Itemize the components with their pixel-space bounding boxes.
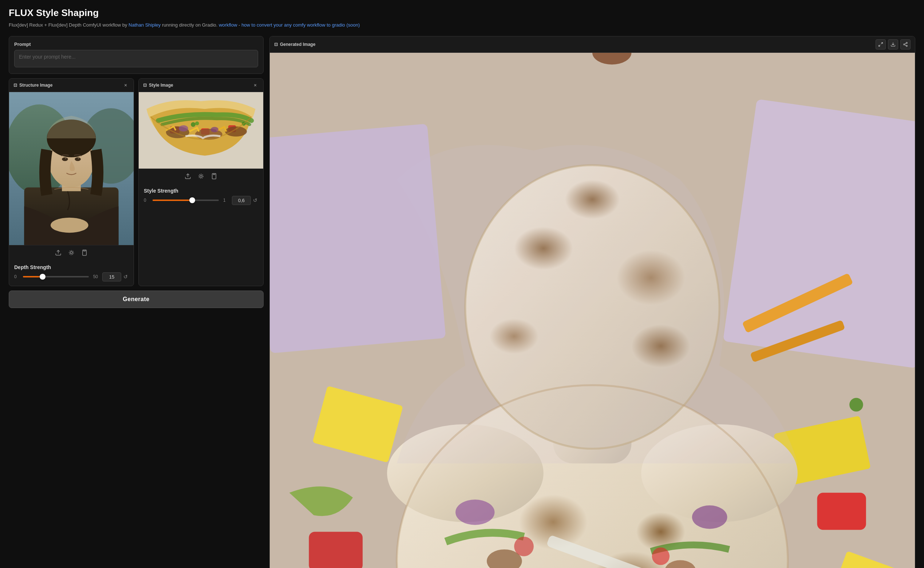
structure-upload-icon[interactable]: [54, 248, 63, 257]
depth-reset-button[interactable]: ↺: [123, 273, 128, 280]
style-camera-icon[interactable]: [196, 172, 205, 181]
style-clipboard-icon[interactable]: [210, 172, 219, 181]
generate-button[interactable]: Generate: [9, 290, 264, 308]
style-slider-thumb[interactable]: [189, 197, 195, 203]
structure-image-panel: ⊡ Structure Image ×: [9, 78, 134, 286]
generated-image: [270, 53, 915, 568]
generated-image-area: [270, 53, 915, 568]
structure-close-button[interactable]: ×: [122, 82, 129, 89]
generated-image-panel: ⊡ Generated Image: [269, 36, 915, 568]
structure-panel-footer: [9, 245, 134, 260]
svg-point-13: [70, 252, 72, 254]
generated-panel-header: ⊡ Generated Image: [270, 36, 915, 53]
mona-lisa-image: [9, 92, 134, 245]
svg-rect-55: [817, 492, 866, 530]
svg-point-81: [514, 536, 534, 556]
style-panel-title: ⊡ Style Image: [143, 83, 173, 88]
svg-point-93: [456, 499, 494, 525]
svg-point-94: [692, 505, 728, 529]
structure-panel-title: ⊡ Structure Image: [14, 83, 53, 88]
style-slider-max: 1: [223, 198, 228, 203]
svg-point-22: [225, 126, 247, 136]
prompt-section: Prompt: [9, 36, 264, 74]
svg-point-26: [195, 121, 199, 125]
fullscreen-button[interactable]: [876, 39, 886, 50]
svg-point-14: [69, 251, 74, 255]
depth-slider-wrapper[interactable]: [23, 273, 89, 280]
style-slider-fill: [152, 199, 192, 201]
structure-camera-icon[interactable]: [67, 248, 76, 257]
style-slider-track: [152, 199, 219, 201]
depth-slider-min: 0: [14, 274, 18, 279]
prompt-input[interactable]: [14, 50, 258, 67]
left-panel: Prompt ⊡ Structure Image ×: [9, 36, 264, 308]
style-panel-footer: [139, 169, 263, 183]
depth-slider-thumb[interactable]: [40, 274, 45, 279]
svg-point-8: [62, 157, 68, 160]
depth-number-wrap: ↺: [102, 272, 128, 281]
svg-point-29: [200, 175, 202, 177]
svg-point-4: [51, 218, 89, 232]
style-image-container: [139, 92, 263, 169]
style-panel-header: ⊡ Style Image ×: [139, 79, 263, 92]
svg-point-25: [191, 122, 195, 127]
svg-point-36: [904, 44, 905, 45]
taco-image: [139, 92, 263, 169]
depth-number-input[interactable]: [102, 272, 121, 281]
style-number-wrap: ↺: [232, 196, 258, 205]
style-slider-row: 0 1 ↺: [144, 196, 258, 205]
style-upload-icon[interactable]: [184, 172, 192, 181]
style-close-button[interactable]: ×: [252, 82, 259, 89]
generated-panel-title: ⊡ Generated Image: [274, 42, 315, 47]
svg-rect-54: [309, 532, 362, 568]
download-button[interactable]: [888, 39, 898, 50]
svg-point-63: [849, 397, 863, 411]
structure-panel-icon: ⊡: [14, 83, 17, 88]
author-link[interactable]: Nathan Shipley: [128, 22, 160, 28]
structure-image-container: [9, 92, 134, 245]
svg-line-32: [881, 42, 883, 44]
depth-slider-row: 0 50 ↺: [14, 272, 128, 281]
main-layout: Prompt ⊡ Structure Image ×: [9, 36, 915, 568]
svg-point-37: [906, 45, 907, 47]
structure-clipboard-icon[interactable]: [80, 248, 89, 257]
svg-line-33: [879, 45, 880, 46]
svg-line-38: [905, 44, 906, 45]
share-button[interactable]: [900, 39, 910, 50]
svg-point-9: [75, 157, 81, 160]
svg-point-24: [211, 127, 219, 132]
svg-point-30: [199, 174, 203, 178]
svg-point-10: [65, 157, 66, 159]
svg-line-39: [905, 43, 906, 44]
svg-point-11: [78, 157, 79, 159]
style-strength-label: Style Strength: [144, 188, 258, 194]
subtitle: Flux[dev] Redux + Flux[dev] Depth ComfyU…: [9, 21, 915, 29]
svg-point-23: [179, 125, 188, 131]
prompt-label: Prompt: [14, 41, 258, 47]
structure-panel-header: ⊡ Structure Image ×: [9, 79, 134, 92]
images-row: ⊡ Structure Image ×: [9, 78, 264, 286]
style-slider-wrapper[interactable]: [152, 196, 219, 204]
svg-point-82: [652, 547, 669, 565]
style-image-panel: ⊡ Style Image ×: [138, 78, 264, 286]
style-reset-button[interactable]: ↺: [252, 196, 258, 204]
depth-slider-max: 50: [93, 274, 98, 279]
style-panel-icon: ⊡: [143, 83, 147, 88]
app-title: FLUX Style Shaping: [9, 7, 915, 18]
style-slider-min: 0: [144, 198, 148, 203]
workflow-link[interactable]: workflow: [219, 22, 237, 28]
generated-panel-actions: [876, 39, 910, 50]
depth-slider-track: [23, 276, 89, 278]
style-controls: Style Strength 0 1 ↺: [139, 183, 263, 209]
svg-rect-41: [270, 124, 446, 353]
depth-controls: Depth Strength 0 50 ↺: [9, 260, 134, 286]
style-number-input[interactable]: [232, 196, 251, 205]
depth-strength-label: Depth Strength: [14, 264, 128, 270]
convert-link[interactable]: how to convert your any comfy workflow t…: [242, 22, 360, 28]
generated-panel-icon: ⊡: [274, 42, 278, 47]
svg-point-35: [906, 42, 907, 44]
